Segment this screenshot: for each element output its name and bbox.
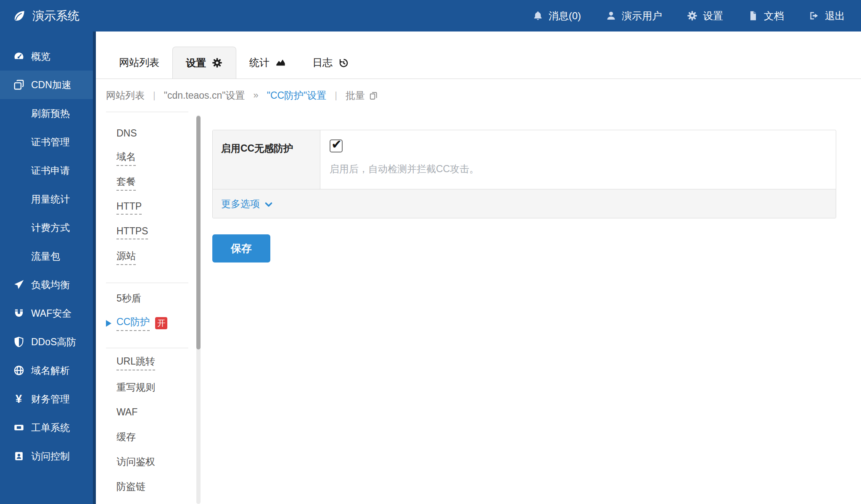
settings-nav-origin[interactable]: 源站	[106, 245, 201, 270]
form-row: 启用CC无感防护 ✔ 启用后，自动检测并拦截CC攻击。	[213, 130, 836, 189]
batch-label: 批量	[346, 89, 365, 102]
tab-logs[interactable]: 日志	[299, 47, 362, 79]
clone-icon	[12, 79, 26, 91]
sidebar-item-access-control[interactable]: 访问控制	[0, 442, 96, 470]
cc-protection-panel: 启用CC无感防护 ✔ 启用后，自动检测并拦截CC攻击。 更多选项	[212, 130, 836, 218]
settings-nav-rewrite[interactable]: 重写规则	[106, 375, 201, 400]
sign-out-icon	[808, 10, 820, 21]
messages-button[interactable]: 消息(0)	[532, 9, 581, 23]
cc-protection-checkbox[interactable]: ✔	[330, 139, 343, 152]
sidebar-item-label: DDoS高防	[31, 336, 76, 349]
sidebar-item-traffic-pack[interactable]: 流量包	[0, 242, 96, 270]
sidebar-item-cert-apply[interactable]: 证书申请	[0, 156, 96, 185]
sidebar-item-label: 财务管理	[31, 393, 70, 406]
breadcrumb-current[interactable]: "CC防护"设置	[267, 89, 327, 102]
settings-nav-waf[interactable]: WAF	[106, 400, 201, 425]
settings-nav-5s-shield[interactable]: 5秒盾	[106, 286, 201, 311]
caret-right-icon	[106, 320, 111, 327]
status-badge-on: 开	[155, 317, 167, 329]
leaf-icon	[13, 9, 26, 23]
save-button[interactable]: 保存	[212, 234, 270, 262]
file-icon	[747, 10, 759, 21]
sidebar-item-label: CDN加速	[31, 79, 71, 92]
breadcrumb-site-settings[interactable]: "cdn.teaos.cn"设置	[164, 89, 245, 102]
logout-label: 退出	[825, 9, 845, 23]
sidebar-item-load-balance[interactable]: 负载均衡	[0, 270, 96, 299]
sidebar-item-finance[interactable]: ¥ 财务管理	[0, 385, 96, 413]
docs-label: 文档	[764, 9, 784, 23]
breadcrumb-arrow: »	[253, 90, 258, 101]
logout-button[interactable]: 退出	[808, 9, 845, 23]
sidebar-item-billing[interactable]: 计费方式	[0, 213, 96, 242]
settings-nav-cache[interactable]: 缓存	[106, 425, 201, 449]
sidebar-item-label: 刷新预热	[31, 107, 70, 120]
settings-nav-http[interactable]: HTTP	[106, 195, 201, 220]
settings-label: 设置	[703, 9, 723, 23]
chart-area-icon	[275, 57, 286, 68]
tab-bar: 网站列表 设置 统计 日志	[96, 32, 861, 79]
tachometer-icon	[12, 50, 26, 62]
chevron-down-icon	[264, 200, 273, 209]
sidebar-item-label: 流量包	[31, 250, 60, 263]
tab-site-list[interactable]: 网站列表	[106, 47, 172, 79]
scrollbar-track[interactable]	[196, 115, 201, 504]
globe-icon	[12, 365, 26, 376]
user-label: 演示用户	[622, 9, 662, 23]
sidebar-item-tickets[interactable]: 工单系统	[0, 413, 96, 442]
history-icon	[338, 57, 349, 68]
tab-label: 统计	[249, 56, 269, 69]
sidebar-item-overview[interactable]: 概览	[0, 42, 96, 71]
gear-icon	[687, 10, 698, 21]
settings-button[interactable]: 设置	[687, 9, 723, 23]
settings-nav: DNS 域名 套餐 HTTP HTTPS 源站 5秒盾 CC防护 开 URL跳转…	[96, 112, 201, 504]
divider	[106, 348, 188, 348]
breadcrumb: 网站列表 | "cdn.teaos.cn"设置 » "CC防护"设置 | 批量	[96, 79, 861, 112]
settings-nav-plan[interactable]: 套餐	[106, 171, 201, 195]
settings-nav-dns[interactable]: DNS	[106, 121, 201, 146]
sidebar-item-dns-resolve[interactable]: 域名解析	[0, 356, 96, 385]
form-description: 启用后，自动检测并拦截CC攻击。	[330, 163, 824, 176]
topnav: 消息(0) 演示用户 设置 文档 退出	[532, 9, 845, 23]
paper-plane-icon	[12, 279, 26, 291]
settings-nav-https[interactable]: HTTPS	[106, 220, 201, 245]
copy-icon	[369, 91, 378, 100]
breadcrumb-site-list[interactable]: 网站列表	[106, 89, 145, 102]
form-value: ✔ 启用后，自动检测并拦截CC攻击。	[320, 130, 836, 189]
brand-title: 演示系统	[32, 8, 79, 24]
batch-button[interactable]: 批量	[346, 89, 378, 102]
tab-label: 日志	[312, 56, 333, 69]
settings-nav-auth[interactable]: 访问鉴权	[106, 449, 201, 474]
settings-body: DNS 域名 套餐 HTTP HTTPS 源站 5秒盾 CC防护 开 URL跳转…	[96, 112, 861, 504]
more-options-toggle[interactable]: 更多选项	[213, 189, 836, 218]
brand-logo[interactable]: 演示系统	[13, 8, 79, 24]
sidebar-item-cert-manage[interactable]: 证书管理	[0, 128, 96, 156]
ticket-icon	[12, 422, 26, 433]
magnet-icon	[12, 307, 26, 319]
sidebar-item-cdn[interactable]: CDN加速	[0, 71, 96, 99]
sidebar-item-label: 用量统计	[31, 193, 70, 206]
tab-statistics[interactable]: 统计	[236, 47, 299, 79]
user-menu[interactable]: 演示用户	[605, 9, 662, 23]
bell-icon	[532, 10, 544, 21]
settings-nav-url-redirect[interactable]: URL跳转	[106, 350, 201, 375]
tab-settings[interactable]: 设置	[172, 47, 236, 79]
divider	[106, 112, 188, 112]
scrollbar-thumb[interactable]	[196, 116, 201, 349]
sidebar-item-usage-stats[interactable]: 用量统计	[0, 185, 96, 213]
sidebar-item-label: 证书管理	[31, 136, 70, 149]
shield-half-icon	[12, 336, 26, 348]
settings-nav-domain[interactable]: 域名	[106, 146, 201, 171]
docs-button[interactable]: 文档	[747, 9, 784, 23]
sidebar-item-label: 计费方式	[31, 221, 70, 234]
settings-nav-cc-protect[interactable]: CC防护 开	[106, 311, 201, 336]
more-options-label: 更多选项	[221, 197, 260, 210]
sidebar-item-label: 工单系统	[31, 421, 70, 434]
sidebar-item-label: WAF安全	[31, 307, 71, 320]
main-content: 网站列表 设置 统计 日志 网站列表 | "cdn.teaos.cn"设置 » …	[96, 32, 861, 504]
sidebar-item-waf[interactable]: WAF安全	[0, 299, 96, 328]
check-icon: ✔	[331, 138, 342, 151]
sidebar-item-ddos[interactable]: DDoS高防	[0, 328, 96, 356]
sidebar-item-label: 域名解析	[31, 364, 70, 377]
settings-nav-hotlink[interactable]: 防盗链	[106, 474, 201, 499]
sidebar-item-refresh-preheat[interactable]: 刷新预热	[0, 99, 96, 128]
